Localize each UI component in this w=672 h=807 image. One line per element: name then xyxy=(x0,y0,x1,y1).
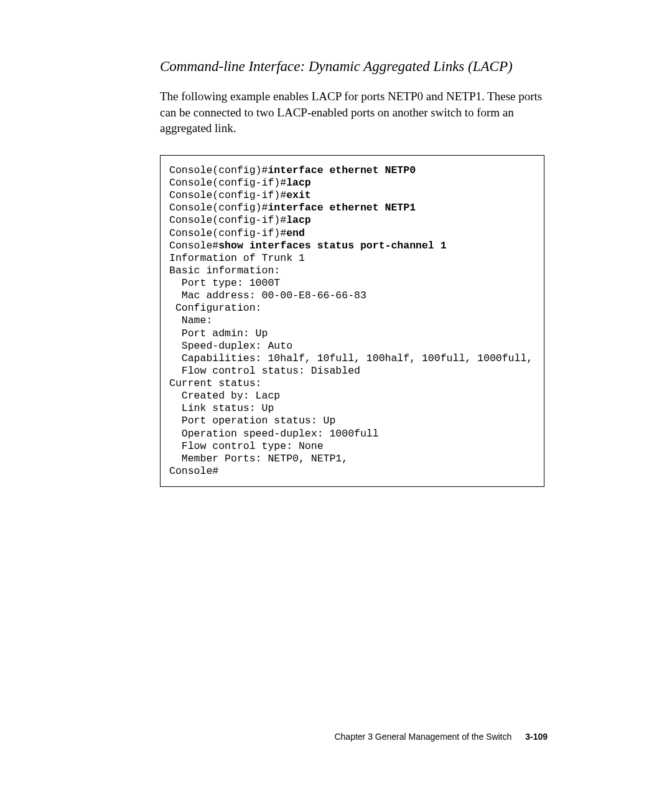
code-line: Console# xyxy=(169,465,218,477)
code-line: Configuration: xyxy=(169,302,262,314)
code-line: Console(config-if)# xyxy=(169,214,286,226)
code-line: Operation speed-duplex: 1000full xyxy=(169,428,379,440)
code-line: Flow control status: Disabled xyxy=(169,365,360,377)
code-line: Member Ports: NETP0, NETP1, xyxy=(169,453,348,465)
code-command: interface ethernet NETP1 xyxy=(268,202,416,214)
code-line: Console(config-if)# xyxy=(169,227,286,239)
code-line: Basic information: xyxy=(169,265,280,276)
code-line: Speed-duplex: Auto xyxy=(169,340,292,352)
code-line: Console(config)# xyxy=(169,164,268,176)
page-footer: Chapter 3 General Management of the Swit… xyxy=(334,732,548,742)
footer-chapter: Chapter 3 General Management of the Swit… xyxy=(334,732,511,742)
code-command: show interfaces status port-channel 1 xyxy=(218,240,446,252)
code-line: Port admin: Up xyxy=(169,328,268,339)
code-line: Mac address: 00-00-E8-66-66-83 xyxy=(169,290,366,301)
code-line: Console(config)# xyxy=(169,202,268,214)
section-heading: Command-line Interface: Dynamic Aggregat… xyxy=(160,59,544,75)
code-line: Flow control type: None xyxy=(169,440,324,452)
code-line: Name: xyxy=(169,314,212,326)
code-command: end xyxy=(286,227,305,239)
code-line: Port type: 1000T xyxy=(169,277,280,289)
code-line: Console# xyxy=(169,240,218,252)
code-command: lacp xyxy=(286,177,311,189)
code-line: Port operation status: Up xyxy=(169,415,335,427)
code-line: Console(config-if)# xyxy=(169,177,286,189)
code-command: interface ethernet NETP0 xyxy=(268,164,416,176)
code-line: Console(config-if)# xyxy=(169,189,286,201)
intro-paragraph: The following example enables LACP for p… xyxy=(160,88,544,136)
code-line: Information of Trunk 1 xyxy=(169,252,305,264)
code-command: exit xyxy=(286,189,311,201)
footer-page-number: 3-109 xyxy=(525,732,548,742)
code-example-box: Console(config)#interface ethernet NETP0… xyxy=(160,155,544,487)
code-line: Current status: xyxy=(169,377,262,389)
code-line: Created by: Lacp xyxy=(169,390,280,402)
code-line: Link status: Up xyxy=(169,402,274,414)
code-line: Capabilities: 10half, 10full, 100half, 1… xyxy=(169,352,533,364)
code-command: lacp xyxy=(286,214,311,226)
